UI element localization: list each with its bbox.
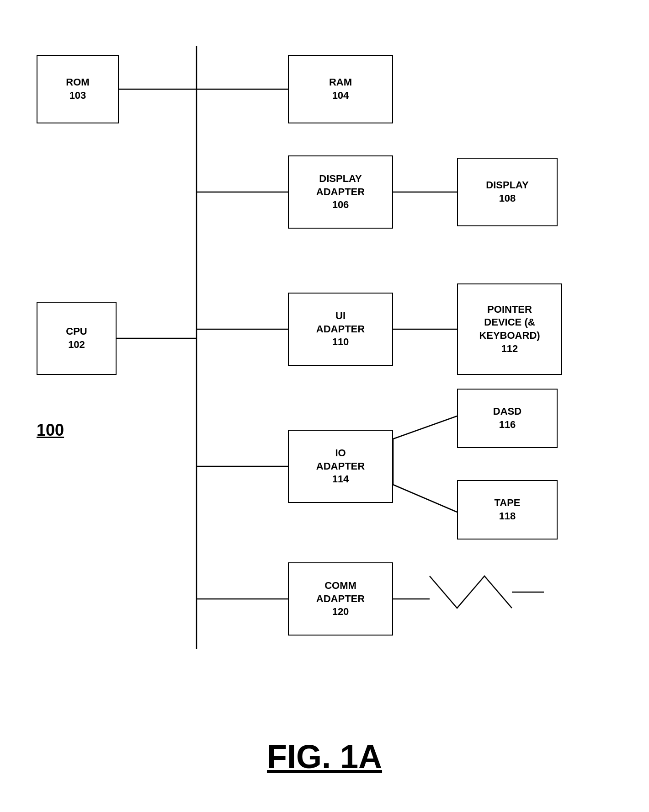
system-label: 100 <box>37 421 64 440</box>
io-adapter-label: IOADAPTER114 <box>316 447 365 486</box>
pointer-device-label: POINTERDEVICE (&KEYBOARD)112 <box>479 303 540 355</box>
svg-line-10 <box>393 485 457 512</box>
ram-box: RAM104 <box>288 55 393 123</box>
dasd-box: DASD116 <box>457 389 558 448</box>
cpu-label: CPU102 <box>66 325 87 351</box>
dasd-label: DASD116 <box>493 405 521 431</box>
ui-adapter-label: UIADAPTER110 <box>316 310 365 349</box>
pointer-device-box: POINTERDEVICE (&KEYBOARD)112 <box>457 283 562 375</box>
ram-label: RAM104 <box>329 76 352 102</box>
display-label: DISPLAY108 <box>486 179 528 205</box>
comm-adapter-label: COMMADAPTER120 <box>316 579 365 619</box>
diagram-container: ROM103 RAM104 CPU102 DISPLAYADAPTER106 D… <box>18 18 631 794</box>
svg-line-9 <box>393 416 457 439</box>
display-adapter-box: DISPLAYADAPTER106 <box>288 155 393 229</box>
ui-adapter-box: UIADAPTER110 <box>288 293 393 366</box>
tape-box: TAPE118 <box>457 480 558 540</box>
rom-box: ROM103 <box>37 55 119 123</box>
cpu-box: CPU102 <box>37 302 117 375</box>
display-adapter-label: DISPLAYADAPTER106 <box>316 172 365 212</box>
tape-label: TAPE118 <box>494 497 520 523</box>
comm-adapter-box: COMMADAPTER120 <box>288 562 393 636</box>
display-box: DISPLAY108 <box>457 158 558 226</box>
rom-label: ROM103 <box>66 76 89 102</box>
io-adapter-box: IOADAPTER114 <box>288 430 393 503</box>
figure-label: FIG. 1A <box>267 738 382 775</box>
